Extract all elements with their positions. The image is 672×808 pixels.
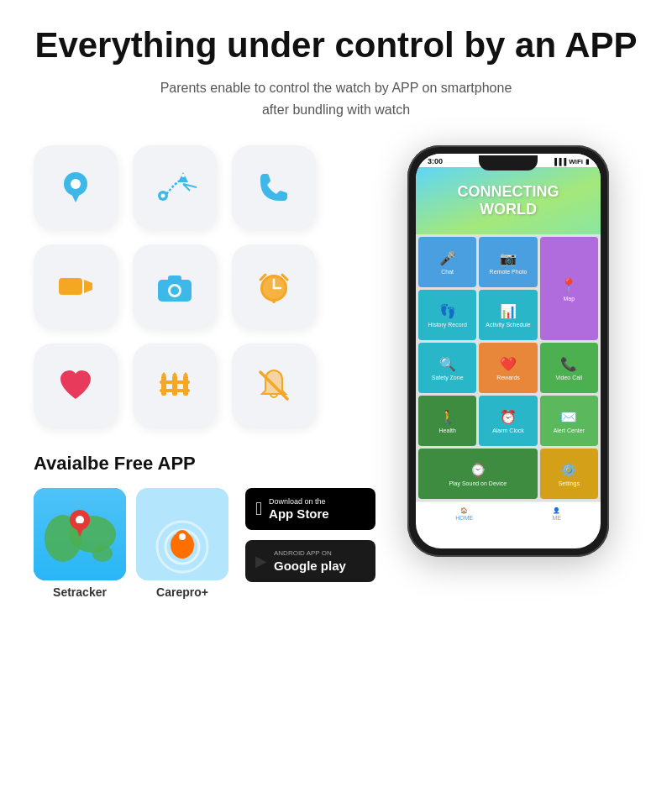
svg-marker-8 xyxy=(84,280,92,293)
svg-point-34 xyxy=(76,516,84,524)
tab-me[interactable]: 👤 ME xyxy=(552,507,561,521)
subtitle: Parents enable to control the watch by A… xyxy=(34,77,638,120)
svg-rect-26 xyxy=(183,375,188,396)
carepro-label: Carepro+ xyxy=(156,585,208,599)
setracker-logo xyxy=(34,488,126,580)
tile-settings[interactable]: ⚙️ Settings xyxy=(540,449,598,499)
map-route-icon xyxy=(153,165,197,209)
svg-rect-24 xyxy=(172,375,177,396)
phone-outer: 3:00 ▐▐▐ WiFi ▮ CONNECTING WORLD xyxy=(407,145,609,557)
rewards-icon: ❤️ xyxy=(500,356,517,372)
svg-rect-12 xyxy=(168,275,181,281)
tile-activity[interactable]: 📊 Activity Schedule xyxy=(479,290,537,340)
svg-marker-23 xyxy=(161,372,166,375)
app-store-sub: Download on the xyxy=(269,497,329,507)
location-pin-icon xyxy=(54,165,97,209)
camera-icon xyxy=(153,265,197,308)
svg-marker-27 xyxy=(183,372,188,375)
signal-icon: ▐▐▐ xyxy=(552,158,566,165)
tile-remote-photo-label: Remote Photo xyxy=(490,269,528,275)
icon-card-video-camera xyxy=(34,244,118,328)
content-area: Avaialbe Free APP xyxy=(34,145,638,599)
alarm-clock-icon xyxy=(252,265,296,308)
battery-icon: ▮ xyxy=(585,158,589,165)
main-title: Everything under control by an APP xyxy=(34,25,638,66)
svg-point-32 xyxy=(92,545,113,562)
available-section: Avaialbe Free APP xyxy=(34,453,353,599)
me-label: ME xyxy=(552,515,561,521)
tile-map[interactable]: 📍 Map xyxy=(540,237,598,340)
google-play-sub: ANDROID APP ON xyxy=(274,549,346,558)
setracker-label: Setracker xyxy=(53,585,107,599)
tile-alarm-clock-label: Alarm Clock xyxy=(492,428,524,434)
icon-card-location xyxy=(34,145,118,229)
tile-history[interactable]: 👣 History Record xyxy=(418,290,476,340)
icon-card-alarm xyxy=(232,244,316,328)
svg-rect-22 xyxy=(161,375,166,396)
icon-card-heart xyxy=(34,344,118,428)
tile-play-sound[interactable]: ⌚ Play Sound on Device xyxy=(418,449,538,499)
alert-center-icon: ✉️ xyxy=(560,409,577,425)
phone-bottom-bar: 🏠 HOME 👤 ME xyxy=(416,501,601,524)
svg-point-11 xyxy=(171,286,179,295)
icon-card-camera xyxy=(133,244,217,328)
history-icon: 👣 xyxy=(439,303,456,319)
tile-map-label: Map xyxy=(564,296,575,302)
fence-icon xyxy=(153,364,197,407)
home-icon: 🏠 xyxy=(460,507,468,514)
app-carepro: Carepro+ xyxy=(136,488,228,599)
phone-mockup: 3:00 ▐▐▐ WiFi ▮ CONNECTING WORLD xyxy=(378,145,638,557)
phone-screen: 3:00 ▐▐▐ WiFi ▮ CONNECTING WORLD xyxy=(416,154,601,548)
tile-safety-zone[interactable]: 🔍 Safety Zone xyxy=(418,343,476,393)
safety-zone-icon: 🔍 xyxy=(439,356,456,372)
bell-off-icon xyxy=(252,364,296,407)
google-play-button[interactable]: ▶ ANDROID APP ON Google play xyxy=(245,540,375,582)
app-setracker: Setracker xyxy=(34,488,126,599)
carepro-logo xyxy=(136,488,228,580)
store-buttons:  Download on the App Store ▶ ANDROID AP… xyxy=(245,488,375,582)
phone-time: 3:00 xyxy=(428,157,443,165)
home-label: HOME xyxy=(455,515,473,521)
activity-icon: 📊 xyxy=(500,303,517,319)
map-icon: 📍 xyxy=(560,277,577,293)
tile-alarm-clock[interactable]: ⏰ Alarm Clock xyxy=(479,396,537,446)
icon-card-fence xyxy=(133,344,217,428)
svg-point-4 xyxy=(161,194,165,198)
tile-remote-photo[interactable]: 📷 Remote Photo xyxy=(479,237,537,287)
svg-point-6 xyxy=(181,174,185,177)
wifi-icon: WiFi xyxy=(569,158,583,165)
svg-marker-2 xyxy=(69,189,82,202)
tile-alert-center[interactable]: ✉️ Alert Center xyxy=(540,396,598,446)
tile-video-call[interactable]: 📞 Video Call xyxy=(540,343,598,393)
svg-point-1 xyxy=(71,179,81,189)
tile-rewards[interactable]: ❤️ Rewards xyxy=(479,343,537,393)
video-call-icon: 📞 xyxy=(560,356,577,372)
chat-icon: 🎤 xyxy=(439,250,456,266)
app-store-button[interactable]:  Download on the App Store xyxy=(245,488,375,530)
connecting-world-text: CONNECTING WORLD xyxy=(458,183,559,219)
heart-icon xyxy=(54,364,97,407)
tile-play-sound-label: Play Sound on Device xyxy=(449,480,507,487)
tile-health-label: Health xyxy=(439,428,456,434)
icons-grid xyxy=(34,145,353,428)
google-play-main: Google play xyxy=(274,559,346,574)
icon-card-map-route xyxy=(133,145,217,229)
tile-chat-label: Chat xyxy=(441,269,454,275)
tab-home[interactable]: 🏠 HOME xyxy=(455,507,473,521)
settings-icon: ⚙️ xyxy=(560,462,577,478)
play-sound-icon: ⌚ xyxy=(470,462,486,478)
page: Everything under control by an APP Paren… xyxy=(0,0,672,808)
health-icon: 🚶 xyxy=(439,409,456,425)
video-camera-icon xyxy=(54,265,97,308)
tile-chat[interactable]: 🎤 Chat xyxy=(418,237,476,287)
icon-card-phone xyxy=(232,145,316,229)
tile-activity-label: Activity Schedule xyxy=(486,322,530,328)
icon-card-bell-off xyxy=(232,344,316,428)
tile-health[interactable]: 🚶 Health xyxy=(418,396,476,446)
svg-point-19 xyxy=(272,300,276,303)
available-title: Avaialbe Free APP xyxy=(34,453,353,475)
tile-rewards-label: Rewards xyxy=(496,375,520,381)
status-icons: ▐▐▐ WiFi ▮ xyxy=(552,158,589,165)
tile-settings-label: Settings xyxy=(559,480,580,487)
tile-video-call-label: Video Call xyxy=(555,375,582,381)
